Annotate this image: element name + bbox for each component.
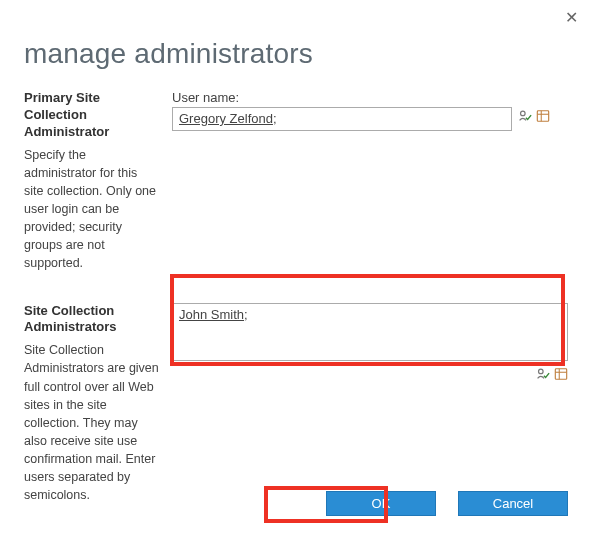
primary-description: Specify the administrator for this site … (24, 146, 160, 273)
svg-point-0 (521, 111, 526, 116)
dialog-title: manage administrators (24, 38, 568, 70)
check-names-icon[interactable] (518, 109, 532, 123)
dialog-buttons: OK Cancel (326, 491, 568, 516)
ok-button[interactable]: OK (326, 491, 436, 516)
primary-heading: Primary Site Collection Administrator (24, 90, 160, 141)
svg-point-4 (539, 369, 544, 374)
check-names-icon[interactable] (536, 367, 550, 381)
username-label: User name: (172, 90, 568, 105)
separator: ; (273, 111, 277, 126)
svg-rect-5 (555, 368, 566, 379)
separator: ; (244, 307, 248, 322)
secondary-description: Site Collection Administrators are given… (24, 341, 160, 504)
resolved-user: Gregory Zelfond (179, 111, 273, 126)
browse-directory-icon[interactable] (536, 109, 550, 123)
manage-administrators-dialog: ✕ manage administrators Primary Site Col… (0, 0, 592, 534)
secondary-admins-section: Site Collection Administrators Site Coll… (24, 303, 568, 505)
secondary-heading: Site Collection Administrators (24, 303, 160, 337)
svg-rect-1 (537, 111, 548, 122)
resolved-user: John Smith (179, 307, 244, 322)
close-icon[interactable]: ✕ (565, 8, 578, 27)
cancel-button[interactable]: Cancel (458, 491, 568, 516)
primary-admin-section: Primary Site Collection Administrator Sp… (24, 90, 568, 273)
browse-directory-icon[interactable] (554, 367, 568, 381)
primary-admin-input[interactable]: Gregory Zelfond; (172, 107, 512, 131)
secondary-admins-input[interactable]: John Smith; (172, 303, 568, 361)
